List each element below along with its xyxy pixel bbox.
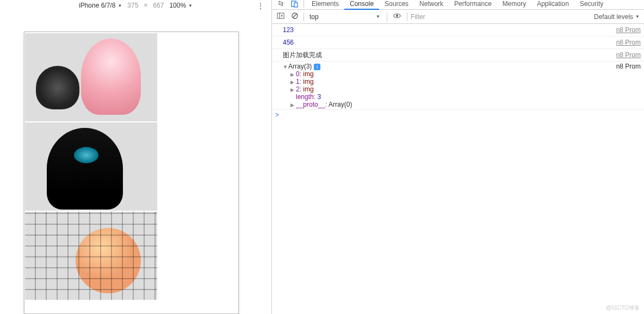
info-badge-icon[interactable]: i — [314, 64, 320, 70]
filter-input[interactable] — [411, 13, 519, 21]
log-source-link[interactable]: n8 Prom — [616, 38, 641, 47]
caret-right-icon: ▶ — [290, 87, 296, 93]
log-message: 图片加载完成 — [283, 50, 322, 60]
object-length: length: 3 — [290, 93, 641, 101]
width-value: 375 — [127, 2, 138, 9]
caret-right-icon: ▶ — [290, 79, 296, 85]
prompt-chevron-icon: > — [275, 111, 279, 119]
context-select[interactable]: top ▼ — [307, 13, 383, 21]
log-message: 456 — [283, 38, 294, 47]
chevron-down-icon: ▼ — [376, 14, 380, 19]
svg-line-6 — [293, 14, 297, 18]
inspect-icon[interactable] — [275, 0, 288, 9]
devtools-tabbar: Elements Console Sources Network Perform… — [272, 0, 644, 10]
log-levels-select[interactable]: Default levels ▼ — [594, 13, 640, 21]
kebab-menu-icon[interactable]: ⋮ — [257, 2, 265, 10]
height-value: 667 — [153, 2, 164, 9]
levels-label: Default levels — [594, 13, 633, 21]
clear-console-icon[interactable] — [289, 12, 300, 21]
console-output: 123 n8 Prom 456 n8 Prom 图片加载完成 n8 Prom ▼… — [272, 24, 644, 314]
object-header[interactable]: ▼Array(3)i — [283, 63, 320, 70]
caret-down-icon: ▼ — [283, 64, 288, 70]
object-proto[interactable]: ▶__proto__: Array(0) — [290, 101, 641, 108]
object-entry[interactable]: ▶1: img — [290, 78, 641, 85]
console-toolbar: top ▼ Default levels ▼ — [272, 10, 644, 24]
chevron-down-icon: ▼ — [635, 14, 640, 19]
log-row-object: ▼Array(3)i n8 Prom ▶0: img ▶1: img ▶2: i… — [272, 61, 644, 110]
object-entry[interactable]: ▶0: img — [290, 70, 641, 78]
console-prompt[interactable]: > — [272, 110, 644, 120]
svg-rect-1 — [294, 3, 298, 7]
log-row: 图片加载完成 n8 Prom — [272, 49, 644, 61]
device-viewport — [24, 32, 239, 314]
preview-image-2 — [25, 122, 157, 211]
svg-point-8 — [396, 15, 398, 17]
tab-application[interactable]: Application — [531, 0, 574, 10]
device-toggle-icon[interactable] — [288, 0, 301, 9]
device-name-label: iPhone 6/7/8 — [79, 2, 115, 9]
device-select[interactable]: iPhone 6/7/8 ▼ — [79, 2, 122, 9]
separator — [387, 13, 387, 21]
log-message: 123 — [283, 25, 294, 35]
device-toolbar: iPhone 6/7/8 ▼ 375 × 667 100% ▼ — [0, 0, 271, 11]
sidebar-toggle-icon[interactable] — [275, 12, 286, 21]
tab-elements[interactable]: Elements — [306, 0, 344, 10]
tab-memory[interactable]: Memory — [497, 0, 531, 10]
separator — [304, 13, 304, 21]
device-emulation-pane: iPhone 6/7/8 ▼ 375 × 667 100% ▼ ⋮ — [0, 0, 272, 314]
preview-image-3 — [25, 212, 157, 300]
chevron-down-icon: ▼ — [188, 3, 193, 8]
caret-right-icon: ▶ — [290, 102, 296, 108]
watermark: @51CTO博客 — [606, 304, 640, 312]
log-source-link[interactable]: n8 Prom — [616, 63, 641, 70]
dimension-separator: × — [144, 2, 147, 9]
zoom-value: 100% — [169, 2, 186, 9]
separator — [407, 13, 407, 21]
separator — [304, 0, 304, 8]
live-expression-icon[interactable] — [391, 12, 404, 21]
log-source-link[interactable]: n8 Prom — [616, 50, 641, 60]
preview-image-1 — [25, 33, 157, 121]
tab-security[interactable]: Security — [574, 0, 609, 10]
caret-right-icon: ▶ — [290, 72, 296, 77]
context-label: top — [309, 13, 319, 21]
tab-sources[interactable]: Sources — [379, 0, 414, 10]
log-row: 456 n8 Prom — [272, 36, 644, 49]
object-entry[interactable]: ▶2: img — [290, 85, 641, 93]
log-row: 123 n8 Prom — [272, 24, 644, 36]
devtools-panel: Elements Console Sources Network Perform… — [272, 0, 644, 314]
zoom-select[interactable]: 100% ▼ — [169, 2, 193, 9]
svg-marker-4 — [281, 15, 283, 17]
tab-performance[interactable]: Performance — [449, 0, 497, 10]
tab-network[interactable]: Network — [414, 0, 449, 10]
log-source-link[interactable]: n8 Prom — [616, 25, 641, 35]
svg-rect-2 — [277, 13, 284, 19]
tab-console[interactable]: Console — [344, 0, 379, 10]
chevron-down-icon: ▼ — [117, 3, 122, 8]
